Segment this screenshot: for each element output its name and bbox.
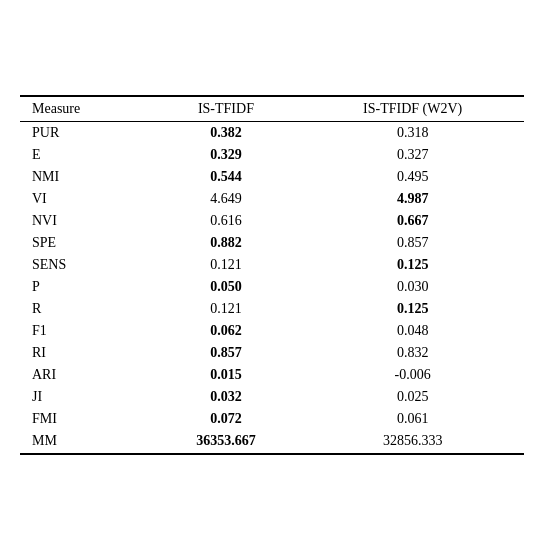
table-row: SPE0.8820.857 [20, 232, 524, 254]
cell-is-tfidf: 4.649 [150, 188, 301, 210]
cell-is-tfidf: 0.121 [150, 298, 301, 320]
cell-is-tfidf-w2v: 32856.333 [301, 430, 524, 454]
col-header-is-tfidf: IS-TFIDF [150, 96, 301, 122]
cell-measure: F1 [20, 320, 150, 342]
comparison-table: Measure IS-TFIDF IS-TFIDF (W2V) PUR0.382… [20, 95, 524, 455]
col-header-measure: Measure [20, 96, 150, 122]
cell-is-tfidf: 0.015 [150, 364, 301, 386]
cell-is-tfidf-w2v: 0.025 [301, 386, 524, 408]
table-row: JI0.0320.025 [20, 386, 524, 408]
cell-measure: RI [20, 342, 150, 364]
cell-measure: JI [20, 386, 150, 408]
table-row: ARI0.015-0.006 [20, 364, 524, 386]
cell-is-tfidf: 0.882 [150, 232, 301, 254]
cell-measure: FMI [20, 408, 150, 430]
table-row: PUR0.3820.318 [20, 122, 524, 145]
cell-measure: VI [20, 188, 150, 210]
cell-is-tfidf-w2v: 0.125 [301, 298, 524, 320]
cell-measure: NMI [20, 166, 150, 188]
table-row: P0.0500.030 [20, 276, 524, 298]
cell-measure: E [20, 144, 150, 166]
cell-measure: R [20, 298, 150, 320]
cell-measure: NVI [20, 210, 150, 232]
cell-measure: SPE [20, 232, 150, 254]
cell-measure: MM [20, 430, 150, 454]
table-row: NVI0.6160.667 [20, 210, 524, 232]
cell-is-tfidf: 36353.667 [150, 430, 301, 454]
cell-is-tfidf-w2v: 0.857 [301, 232, 524, 254]
cell-is-tfidf-w2v: 0.832 [301, 342, 524, 364]
cell-is-tfidf: 0.544 [150, 166, 301, 188]
table-row: E0.3290.327 [20, 144, 524, 166]
table-row: VI4.6494.987 [20, 188, 524, 210]
table-row: NMI0.5440.495 [20, 166, 524, 188]
table-container: Measure IS-TFIDF IS-TFIDF (W2V) PUR0.382… [20, 95, 524, 455]
cell-is-tfidf-w2v: 0.061 [301, 408, 524, 430]
cell-is-tfidf-w2v: 0.030 [301, 276, 524, 298]
cell-is-tfidf-w2v: 4.987 [301, 188, 524, 210]
cell-is-tfidf-w2v: 0.667 [301, 210, 524, 232]
table-row: F10.0620.048 [20, 320, 524, 342]
cell-is-tfidf: 0.382 [150, 122, 301, 145]
cell-is-tfidf-w2v: 0.125 [301, 254, 524, 276]
cell-is-tfidf: 0.072 [150, 408, 301, 430]
cell-is-tfidf: 0.857 [150, 342, 301, 364]
cell-measure: ARI [20, 364, 150, 386]
cell-measure: SENS [20, 254, 150, 276]
cell-measure: P [20, 276, 150, 298]
table-header-row: Measure IS-TFIDF IS-TFIDF (W2V) [20, 96, 524, 122]
table-row: R0.1210.125 [20, 298, 524, 320]
cell-measure: PUR [20, 122, 150, 145]
table-row: RI0.8570.832 [20, 342, 524, 364]
table-row: FMI0.0720.061 [20, 408, 524, 430]
col-header-is-tfidf-w2v: IS-TFIDF (W2V) [301, 96, 524, 122]
cell-is-tfidf-w2v: 0.327 [301, 144, 524, 166]
cell-is-tfidf-w2v: 0.318 [301, 122, 524, 145]
cell-is-tfidf: 0.032 [150, 386, 301, 408]
cell-is-tfidf: 0.121 [150, 254, 301, 276]
table-footer-row [20, 454, 524, 455]
cell-is-tfidf: 0.050 [150, 276, 301, 298]
cell-is-tfidf: 0.616 [150, 210, 301, 232]
table-row: SENS0.1210.125 [20, 254, 524, 276]
cell-is-tfidf-w2v: 0.048 [301, 320, 524, 342]
cell-is-tfidf-w2v: -0.006 [301, 364, 524, 386]
cell-is-tfidf: 0.062 [150, 320, 301, 342]
table-row: MM36353.66732856.333 [20, 430, 524, 454]
cell-is-tfidf-w2v: 0.495 [301, 166, 524, 188]
cell-is-tfidf: 0.329 [150, 144, 301, 166]
